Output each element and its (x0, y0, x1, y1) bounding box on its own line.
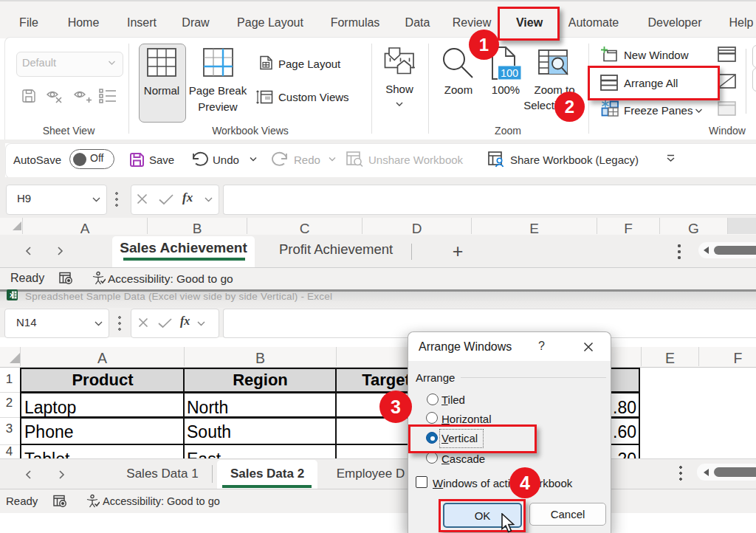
svg-text:X: X (10, 292, 14, 299)
